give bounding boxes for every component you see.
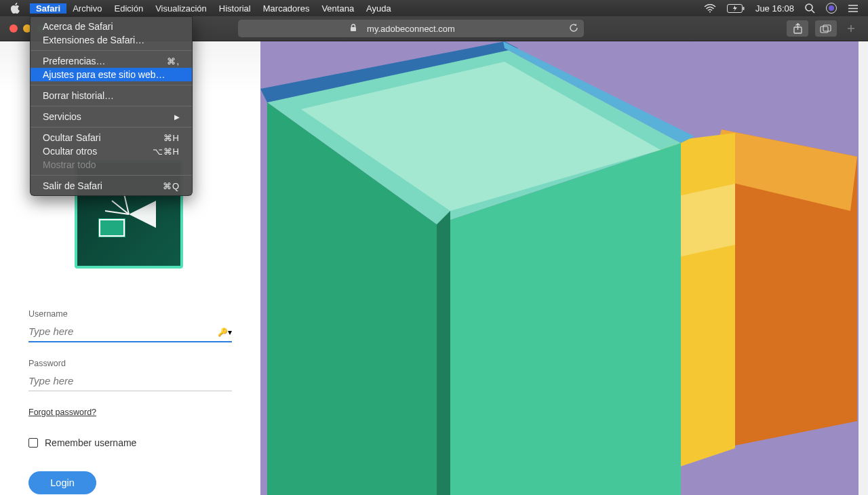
menu-ventana[interactable]: Ventana [315, 3, 360, 14]
menu-marcadores[interactable]: Marcadores [257, 3, 316, 14]
safari-menu-dropdown: Acerca de SafariExtensiones de Safari…Pr… [30, 16, 193, 196]
macos-menubar: SafariArchivoEdiciónVisualizaciónHistori… [0, 0, 868, 16]
menuitem-preferencias[interactable]: Preferencias…⌘, [31, 54, 192, 68]
svg-point-6 [829, 5, 834, 11]
menuitem-ocultar-otros[interactable]: Ocultar otros⌥⌘H [31, 144, 192, 158]
menuitem-extensiones-de-safari[interactable]: Extensiones de Safari… [31, 33, 192, 47]
username-input[interactable] [28, 323, 232, 342]
show-tabs-button[interactable] [815, 20, 837, 37]
menu-safari[interactable]: Safari [30, 3, 66, 14]
svg-rect-2 [743, 7, 744, 10]
siri-icon[interactable] [826, 3, 837, 14]
svg-marker-16 [129, 201, 156, 228]
menu-archivo[interactable]: Archivo [66, 3, 108, 14]
svg-line-4 [812, 10, 814, 13]
forgot-password-link[interactable]: Forgot password? [28, 408, 232, 417]
svg-marker-33 [437, 211, 450, 495]
menuitem-ocultar-safari[interactable]: Ocultar Safari⌘H [31, 131, 192, 144]
menuitem-acerca-de-safari[interactable]: Acerca de Safari [31, 20, 192, 33]
notification-center-icon[interactable] [848, 4, 859, 13]
close-window-button[interactable] [9, 24, 18, 33]
battery-icon[interactable] [727, 4, 745, 13]
menu-edición[interactable]: Edición [108, 3, 150, 14]
svg-rect-12 [821, 26, 828, 33]
remember-username-label: Remember username [45, 437, 136, 448]
menubar-status-area: Jue 16:08 [704, 3, 868, 14]
lock-icon [350, 24, 357, 34]
menuitem-salir-de-safari[interactable]: Salir de Safari⌘Q [31, 179, 192, 193]
menuitem-servicios[interactable]: Servicios▶ [31, 110, 192, 123]
svg-point-0 [709, 11, 711, 12]
menuitem-ajustes-para-este-sitio-web[interactable]: Ajustes para este sitio web… [31, 68, 192, 81]
password-input[interactable] [28, 372, 232, 391]
menubar-clock[interactable]: Jue 16:08 [755, 3, 794, 14]
apple-menu[interactable] [0, 3, 30, 14]
svg-rect-17 [98, 218, 125, 237]
password-label: Password [28, 359, 232, 368]
login-button[interactable]: Login [28, 471, 96, 494]
svg-point-3 [806, 4, 812, 11]
remember-username-checkbox[interactable] [28, 438, 38, 448]
svg-rect-13 [823, 25, 831, 31]
share-button[interactable] [787, 20, 808, 37]
username-label: Username [28, 309, 232, 319]
menu-historial[interactable]: Historial [213, 3, 257, 14]
spotlight-icon[interactable] [805, 3, 815, 14]
hero-artwork [260, 41, 868, 495]
new-tab-button[interactable] [844, 20, 859, 37]
address-bar[interactable]: my.adobeconnect.com [238, 20, 584, 37]
reload-icon[interactable] [569, 23, 578, 35]
menuitem-mostrar-todo: Mostrar todo [31, 158, 192, 172]
menu-visualización[interactable]: Visualización [149, 3, 213, 14]
address-bar-url: my.adobeconnect.com [367, 24, 455, 34]
password-autofill-icon[interactable]: 🔑▾ [218, 328, 232, 337]
svg-rect-10 [351, 27, 356, 31]
menu-ayuda[interactable]: Ayuda [360, 3, 397, 14]
wifi-icon[interactable] [704, 4, 716, 13]
menuitem-borrar-historial[interactable]: Borrar historial… [31, 89, 192, 102]
